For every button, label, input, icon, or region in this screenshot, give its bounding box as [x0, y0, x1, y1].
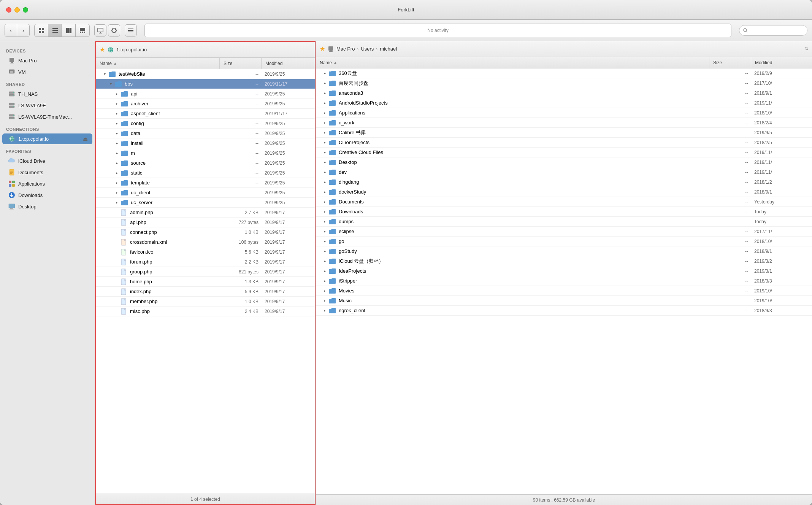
sidebar-item-vm[interactable]: VM — [2, 67, 92, 77]
table-row[interactable]: ▸ install--2019/9/25 — [96, 138, 315, 148]
table-row[interactable]: ▸ Creative Cloud Files--2019/11/ — [316, 148, 812, 157]
expand-arrow[interactable]: ▸ — [114, 151, 119, 156]
table-row[interactable]: group.php821 bytes2019/9/17 — [96, 267, 315, 277]
expand-arrow[interactable]: ▸ — [322, 288, 327, 294]
expand-arrow[interactable]: ▸ — [322, 140, 327, 145]
table-row[interactable]: connect.php1.0 KB2019/9/17 — [96, 227, 315, 237]
expand-arrow[interactable]: ▸ — [322, 130, 327, 135]
right-file-list[interactable]: ▸ 360云盘--2019/2/9▸ 百度云同步盘--2017/10/▸ ana… — [316, 68, 812, 494]
sidebar-item-desktop[interactable]: Desktop — [2, 201, 92, 212]
back-button[interactable]: ‹ — [5, 24, 17, 37]
table-row[interactable]: ▸ aspnet_client--2019/11/17 — [96, 109, 315, 119]
sidebar-item-tcp-cpolar[interactable]: 1.tcp.cpolar.io ⏏ — [2, 133, 92, 144]
table-row[interactable]: ▸ c_work--2018/2/4 — [316, 118, 812, 128]
table-row[interactable]: ▸ Calibre 书库--2019/9/5 — [316, 128, 812, 138]
close-button[interactable] — [6, 7, 11, 13]
table-row[interactable]: ▸ static--2019/9/25 — [96, 168, 315, 178]
expand-arrow[interactable]: ▸ — [322, 120, 327, 125]
expand-arrow[interactable]: ▸ — [114, 160, 119, 166]
table-row[interactable]: ▸ 360云盘--2019/2/9 — [316, 68, 812, 78]
remote-button[interactable] — [94, 24, 106, 37]
sidebar-item-th-nas[interactable]: TH_NAS — [2, 89, 92, 99]
table-row[interactable]: member.php1.0 KB2019/9/17 — [96, 297, 315, 306]
table-row[interactable]: admin.php2.7 KB2019/9/17 — [96, 208, 315, 218]
table-row[interactable]: ▸ goStudy--2018/9/1 — [316, 246, 812, 256]
table-row[interactable]: ▸ Music--2019/10/ — [316, 296, 812, 306]
view-grid-button[interactable] — [35, 24, 48, 37]
sidebar-item-mac-pro[interactable]: Mac Pro — [2, 55, 92, 66]
expand-arrow[interactable]: ▸ — [114, 91, 119, 97]
table-row[interactable]: ▸ data--2019/9/25 — [96, 129, 315, 138]
forward-button[interactable]: › — [17, 24, 29, 37]
sidebar-item-ls-wvla9e-timemac[interactable]: LS-WVLA9E-TimeMac... — [2, 111, 92, 122]
table-row[interactable]: ▸ archiver--2019/9/25 — [96, 99, 315, 109]
table-row[interactable]: ▸ Documents--Yesterday — [316, 197, 812, 207]
table-row[interactable]: ▸ dev--2019/11/ — [316, 167, 812, 177]
expand-arrow[interactable]: ▸ — [322, 71, 327, 76]
expand-arrow[interactable]: ▸ — [114, 121, 119, 126]
left-col-size[interactable]: Size — [220, 58, 262, 69]
sidebar-item-icloud[interactable]: iCloud Drive — [2, 156, 92, 166]
table-row[interactable]: misc.php2.4 KB2019/9/17 — [96, 306, 315, 316]
expand-arrow[interactable]: ▸ — [322, 179, 327, 185]
sidebar-item-downloads[interactable]: Downloads — [2, 190, 92, 200]
search-bar[interactable] — [739, 25, 807, 36]
table-row[interactable]: ▸ template--2019/9/25 — [96, 178, 315, 188]
table-row[interactable]: ▸ Desktop--2019/11/ — [316, 157, 812, 167]
left-star-icon[interactable]: ★ — [100, 46, 105, 53]
expand-arrow[interactable]: ▸ — [322, 160, 327, 165]
expand-arrow[interactable]: ▸ — [322, 259, 327, 264]
table-row[interactable]: ▸ eclipse--2017/11/ — [316, 227, 812, 237]
sidebar-item-ls-wvla9e[interactable]: LS-WVLA9E — [2, 100, 92, 111]
table-row[interactable]: ▸ Applications--2018/10/ — [316, 108, 812, 118]
hamburger-button[interactable] — [125, 24, 137, 37]
table-row[interactable]: ▸ CLionProjects--2018/2/5 — [316, 138, 812, 148]
table-row[interactable]: ▸ iCloud 云盘（归档）--2019/3/2 — [316, 256, 812, 266]
expand-arrow[interactable]: ▸ — [322, 199, 327, 205]
table-row[interactable]: ▸ iStripper--2018/3/3 — [316, 276, 812, 286]
table-row[interactable]: home.php1.3 KB2019/9/17 — [96, 277, 315, 287]
table-row[interactable]: ▾ bbs--2019/11/17 — [96, 79, 315, 89]
right-col-name[interactable]: Name ▲ — [316, 57, 709, 68]
left-col-name[interactable]: Name ▲ — [96, 58, 220, 69]
expand-arrow[interactable]: ▸ — [322, 249, 327, 254]
expand-arrow[interactable]: ▸ — [322, 239, 327, 244]
expand-arrow[interactable]: ▸ — [322, 229, 327, 234]
table-row[interactable]: ▸ uc_server--2019/9/25 — [96, 198, 315, 208]
sidebar-item-documents[interactable]: Documents — [2, 167, 92, 178]
left-col-modified[interactable]: Modified — [262, 58, 315, 69]
table-row[interactable]: ▸ Downloads--Today — [316, 207, 812, 217]
expand-arrow[interactable]: ▸ — [322, 209, 327, 214]
table-row[interactable]: forum.php2.2 KB2019/9/17 — [96, 257, 315, 267]
expand-arrow[interactable]: ▾ — [102, 71, 107, 77]
expand-arrow[interactable]: ▸ — [114, 131, 119, 136]
sidebar-item-applications[interactable]: Applications — [2, 178, 92, 189]
expand-arrow[interactable]: ▸ — [114, 141, 119, 146]
table-row[interactable]: ▸ api--2019/9/25 — [96, 89, 315, 99]
table-row[interactable]: ▸ AndroidStudioProjects--2019/11/ — [316, 98, 812, 108]
table-row[interactable]: ▸ m--2019/9/25 — [96, 148, 315, 158]
expand-arrow[interactable]: ▸ — [114, 101, 119, 106]
expand-arrow[interactable]: ▸ — [114, 170, 119, 176]
expand-arrow[interactable]: ▸ — [322, 150, 327, 155]
expand-arrow[interactable]: ▸ — [114, 111, 119, 116]
table-row[interactable]: ▸ Movies--2019/10/ — [316, 286, 812, 296]
expand-arrow[interactable]: ▸ — [322, 308, 327, 313]
right-col-modified[interactable]: Modified — [751, 57, 812, 68]
expand-arrow[interactable]: ▸ — [322, 91, 327, 96]
expand-arrow[interactable]: ▸ — [114, 190, 119, 195]
table-row[interactable]: ▸ dockerStudy--2018/9/1 — [316, 187, 812, 197]
table-row[interactable]: ▸ IdeaProjects--2019/3/1 — [316, 266, 812, 276]
expand-arrow[interactable]: ▸ — [322, 81, 327, 86]
eject-button[interactable]: ⏏ — [83, 136, 88, 142]
sync-button[interactable] — [108, 24, 120, 37]
view-col-button[interactable] — [62, 24, 76, 37]
table-row[interactable]: ▾ testWebSite--2019/9/25 — [96, 69, 315, 79]
expand-arrow[interactable]: ▸ — [322, 170, 327, 175]
expand-arrow[interactable]: ▾ — [108, 81, 113, 87]
expand-arrow[interactable]: ▸ — [322, 219, 327, 224]
view-list-button[interactable] — [48, 24, 62, 37]
table-row[interactable]: ▸ go--2018/10/ — [316, 237, 812, 246]
expand-arrow[interactable]: ▸ — [322, 298, 327, 303]
table-row[interactable]: ▸ 百度云同步盘--2017/10/ — [316, 78, 812, 88]
